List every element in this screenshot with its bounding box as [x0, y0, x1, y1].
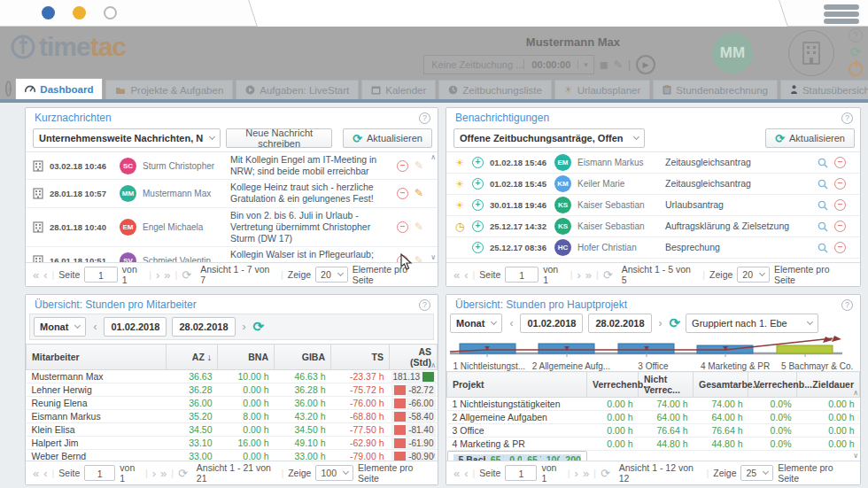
magnifier-icon[interactable]: [818, 200, 828, 211]
col-giba[interactable]: GIBA: [275, 345, 331, 370]
employee-row[interactable]: Weber Bernd 33.00 0.00 h 33.00 h -79.00 …: [27, 450, 438, 461]
last-page-icon[interactable]: »: [583, 467, 589, 480]
employee-row[interactable]: Mustermann Max 36.63 10.00 h 46.63 h -23…: [27, 370, 438, 383]
dismiss-icon[interactable]: –: [834, 221, 846, 232]
help-icon[interactable]: ?: [849, 28, 863, 43]
prev-period-icon[interactable]: ‹: [91, 321, 98, 333]
dismiss-icon[interactable]: –: [834, 178, 846, 190]
employee-row[interactable]: Klein Elisa 34.50 0.00 h 34.50 h -77.50 …: [27, 423, 438, 437]
message-row[interactable]: 16.01.18 10:51 SV Schmied Valentin Kolle…: [26, 247, 438, 262]
reload-icon[interactable]: ⟳: [601, 467, 610, 480]
notification-row[interactable]: ☀ + 01.02.18 15:46 EM Eismann Markus Zei…: [446, 152, 860, 174]
notification-filter-select[interactable]: Offene Zeitbuchungsanträge, Offen: [453, 128, 645, 148]
remove-icon[interactable]: –: [397, 188, 408, 199]
page-input[interactable]: 1: [505, 465, 537, 481]
employee-row[interactable]: Reunig Elena 36.00 0.00 h 36.00 h -76.00…: [27, 397, 438, 410]
project-row[interactable]: 3 Office 0.00 h 76.64 h 76.64 h 0.0% 0.0…: [447, 424, 860, 438]
project-row[interactable]: 2 Allgemeine Aufgaben 0.00 h 64.00 h 64.…: [447, 411, 860, 424]
reload-icon[interactable]: ⟳: [182, 268, 191, 282]
scroll-up-icon[interactable]: ∧: [853, 389, 858, 397]
project-row[interactable]: 4 Marketing & PR 0.00 h 44.80 h 44.80 h …: [447, 438, 860, 451]
notification-row[interactable]: ◷ + 25.12.17 14:32 KS Kaiser Sebastian A…: [446, 216, 860, 237]
apply-refresh-icon[interactable]: ⟳: [253, 319, 265, 335]
tab-statusuebersicht[interactable]: Statusübersicht: [780, 80, 868, 99]
scroll-up-icon[interactable]: ∧: [430, 361, 436, 369]
page-input[interactable]: 1: [84, 267, 118, 283]
remove-icon[interactable]: –: [397, 221, 408, 233]
power-icon[interactable]: [849, 62, 863, 76]
page-input[interactable]: 1: [84, 465, 115, 481]
col-gesamtarbeitszeit[interactable]: Gesamtarbe...: [694, 372, 748, 398]
window-button-yellow-icon[interactable]: [73, 6, 86, 19]
period-mode-select[interactable]: Monat: [34, 317, 86, 337]
prev-page-icon[interactable]: ‹: [464, 467, 468, 480]
prev-page-icon[interactable]: ‹: [43, 467, 47, 480]
page-size-select[interactable]: 20: [315, 267, 348, 283]
date-from-input[interactable]: 01.02.2018: [104, 317, 167, 337]
last-page-icon[interactable]: »: [160, 467, 167, 480]
next-period-icon[interactable]: ›: [657, 317, 664, 329]
col-mitarbeiter[interactable]: Mitarbeiter: [27, 345, 167, 370]
date-from-input[interactable]: 01.02.2018: [520, 314, 583, 333]
date-to-input[interactable]: 28.02.2018: [588, 314, 651, 333]
notification-row[interactable]: ☀ + 01.02.18 15:45 KM Keiler Marie Zeita…: [446, 174, 860, 195]
col-verrechenbar-pct[interactable]: Verrechenb...: [748, 372, 797, 398]
tab-aufgaben-livestart[interactable]: Aufgaben: LiveStart: [236, 80, 359, 99]
col-projekt[interactable]: Projekt: [447, 372, 587, 398]
browser-tab-shape[interactable]: [248, 0, 788, 27]
refresh-notifications-button[interactable]: ⟳Aktualisieren: [765, 128, 855, 148]
refresh-icon[interactable]: ⟳: [849, 45, 863, 59]
tab-zeitbuchungsliste[interactable]: Zeitbuchungsliste: [438, 80, 552, 99]
edit-pencil-icon[interactable]: ✎: [415, 159, 423, 172]
col-bna[interactable]: BNA: [218, 345, 275, 370]
scroll-up-icon[interactable]: ∧: [430, 153, 436, 161]
add-icon[interactable]: +: [472, 178, 484, 190]
scroll-down-icon[interactable]: ∨: [430, 253, 436, 261]
magnifier-icon[interactable]: [818, 221, 828, 232]
chevron-right-circle-icon[interactable]: ›: [5, 81, 12, 97]
employee-row[interactable]: Halpert Jim 33.10 16.00 h 49.10 h -62.90…: [27, 437, 438, 450]
group-by-select[interactable]: Gruppiert nach 1. Ebe: [686, 314, 818, 333]
add-icon[interactable]: +: [472, 242, 484, 253]
panel-help-icon[interactable]: ?: [419, 299, 430, 311]
tab-dashboard[interactable]: Dashboard: [15, 78, 103, 99]
col-nicht-verrechenbar[interactable]: Nicht Verrec...: [639, 372, 694, 398]
window-button-white-icon[interactable]: [104, 6, 117, 19]
user-avatar[interactable]: MM: [712, 33, 753, 74]
edit-pencil-icon[interactable]: ✎: [415, 254, 423, 262]
stop-icon[interactable]: ◼: [600, 58, 608, 71]
date-to-input[interactable]: 28.02.2018: [172, 317, 235, 337]
time-tracking-field[interactable]: Keine Zeitbuchung ... 00:00:00 ▾: [423, 55, 594, 74]
magnifier-icon[interactable]: [818, 158, 828, 168]
employee-row[interactable]: Lehner Herwig 36.28 0.00 h 36.28 h -75.7…: [27, 383, 438, 397]
message-row[interactable]: 28.01.18 10:57 MM Mustermann Max Kollege…: [26, 180, 438, 207]
magnifier-icon[interactable]: [818, 179, 828, 190]
message-filter-select[interactable]: Unternehmensweite Nachrichten, N: [33, 128, 221, 148]
window-button-blue-icon[interactable]: [42, 6, 55, 19]
edit-pencil-icon[interactable]: ✎: [415, 187, 423, 199]
dismiss-icon[interactable]: –: [834, 199, 846, 211]
panel-help-icon[interactable]: ?: [841, 112, 853, 124]
prev-page-icon[interactable]: ‹: [464, 268, 468, 282]
edit-pencil-icon[interactable]: ✎: [415, 221, 423, 233]
last-page-icon[interactable]: »: [585, 268, 592, 282]
tab-kalender[interactable]: Kalender: [361, 80, 436, 99]
first-page-icon[interactable]: «: [453, 268, 460, 282]
edit-icon[interactable]: ✎: [614, 58, 623, 71]
remove-icon[interactable]: –: [397, 160, 408, 172]
panel-help-icon[interactable]: ?: [841, 299, 853, 311]
message-row[interactable]: 03.02.18 10:46 SC Sturm Christopher Mit …: [26, 152, 438, 180]
add-icon[interactable]: +: [472, 157, 484, 168]
page-size-select[interactable]: 100: [315, 465, 353, 481]
add-icon[interactable]: +: [472, 199, 484, 211]
next-period-icon[interactable]: ›: [241, 321, 248, 333]
message-row[interactable]: 28.01.18 10:40 EM Engel Michaela Bin von…: [26, 208, 438, 247]
refresh-messages-button[interactable]: ⟳Aktualisieren: [343, 128, 432, 148]
start-timer-button[interactable]: ▶: [636, 55, 655, 74]
project-row-selected[interactable]: 5 Bachmayr & Co. 65.70 h 0.00 h 65.70 h …: [447, 451, 587, 461]
page-input[interactable]: 1: [505, 267, 539, 283]
col-az-sorted[interactable]: AZ ↓: [167, 345, 218, 370]
panel-help-icon[interactable]: ?: [419, 112, 430, 124]
prev-page-icon[interactable]: ‹: [43, 268, 47, 282]
next-page-icon[interactable]: ›: [152, 467, 156, 480]
